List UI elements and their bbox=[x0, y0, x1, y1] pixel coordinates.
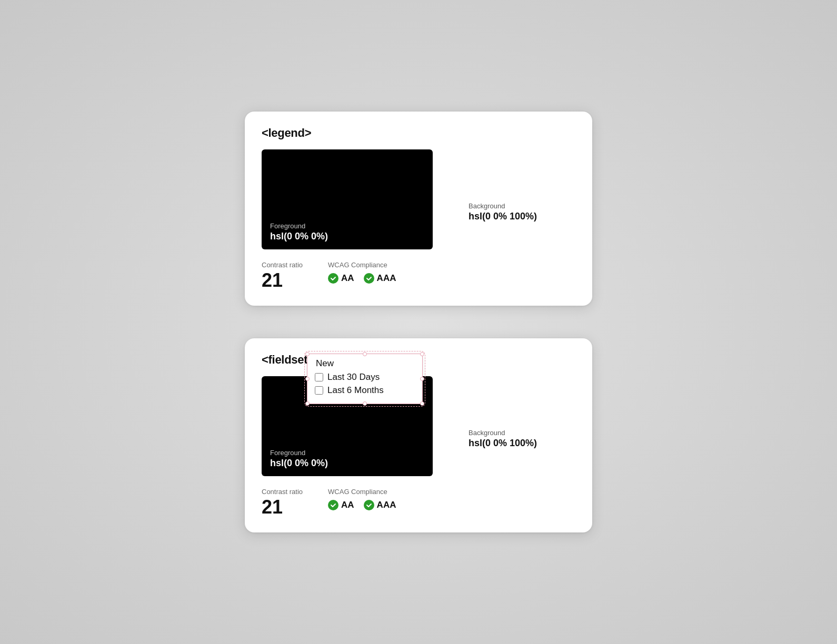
fieldset-aa-check-icon bbox=[328, 500, 338, 510]
legend-contrast-block: Contrast ratio 21 bbox=[262, 261, 303, 291]
checkbox-last-30-days[interactable] bbox=[315, 373, 323, 381]
fieldset-aaa-badge: AAA bbox=[364, 500, 396, 510]
fieldset-aaa-label: AAA bbox=[377, 500, 396, 510]
fieldset-background-label: Background hsl(0 0% 100%) bbox=[469, 429, 537, 449]
handle-top-left bbox=[305, 352, 310, 356]
handle-mid-left bbox=[305, 377, 310, 381]
card-gap bbox=[245, 306, 592, 338]
legend-aa-label: AA bbox=[341, 273, 354, 284]
fieldset-foreground-label: Foreground hsl(0 0% 0%) bbox=[270, 449, 424, 469]
fieldset-contrast-block: Contrast ratio 21 bbox=[262, 488, 303, 518]
legend-color-preview: Foreground hsl(0 0% 0%) bbox=[262, 149, 433, 249]
legend-contrast-value: 21 bbox=[262, 270, 303, 291]
legend-background-section: Background hsl(0 0% 100%) bbox=[447, 149, 537, 222]
legend-card-title: <legend> bbox=[262, 126, 575, 140]
fieldset-wcag-row: AA AAA bbox=[328, 500, 396, 510]
fieldset-aa-label: AA bbox=[341, 500, 354, 510]
option-last-6-months[interactable]: Last 6 Months bbox=[315, 385, 415, 396]
legend-bg-title: Background bbox=[469, 202, 537, 210]
legend-aa-check-icon bbox=[328, 273, 338, 284]
handle-bottom-mid bbox=[363, 401, 367, 406]
option-last-30-days-label: Last 30 Days bbox=[327, 372, 380, 383]
fieldset-background-section: Background hsl(0 0% 100%) bbox=[447, 376, 537, 449]
fieldset-foreground-value: hsl(0 0% 0%) bbox=[270, 458, 424, 469]
legend-wcag-row: AA AAA bbox=[328, 273, 396, 284]
option-last-6-months-label: Last 6 Months bbox=[327, 385, 384, 396]
fieldset-bg-title: Background bbox=[469, 429, 537, 437]
legend-aaa-label: AAA bbox=[377, 273, 396, 284]
fieldset-wcag-label: WCAG Compliance bbox=[328, 488, 396, 496]
fieldset-color-labels: Foreground hsl(0 0% 0%) bbox=[262, 441, 433, 476]
legend-metrics-row: Contrast ratio 21 WCAG Compliance AA bbox=[262, 261, 575, 291]
fieldset-contrast-value: 21 bbox=[262, 497, 303, 518]
legend-card: <legend> Foreground hsl(0 0% 0%) Backgro… bbox=[245, 112, 592, 306]
fieldset-aa-badge: AA bbox=[328, 500, 354, 510]
legend-wcag-block: WCAG Compliance AA bbox=[328, 261, 396, 284]
legend-wcag-label: WCAG Compliance bbox=[328, 261, 396, 269]
dropdown-title: New bbox=[315, 358, 415, 369]
legend-preview-row: Foreground hsl(0 0% 0%) Background hsl(0… bbox=[262, 149, 575, 259]
legend-aaa-check-icon bbox=[364, 273, 374, 284]
checkbox-last-6-months[interactable] bbox=[315, 386, 323, 395]
option-last-30-days[interactable]: Last 30 Days bbox=[315, 372, 415, 383]
legend-aaa-badge: AAA bbox=[364, 273, 396, 284]
legend-bg-value: hsl(0 0% 100%) bbox=[469, 211, 537, 222]
fieldset-wcag-block: WCAG Compliance AA bbox=[328, 488, 396, 510]
legend-foreground-title: Foreground bbox=[270, 222, 424, 230]
legend-color-labels: Foreground hsl(0 0% 0%) bbox=[262, 215, 433, 249]
fieldset-foreground-title: Foreground bbox=[270, 449, 424, 457]
legend-foreground-label: Foreground hsl(0 0% 0%) bbox=[270, 222, 424, 242]
legend-foreground-value: hsl(0 0% 0%) bbox=[270, 231, 424, 242]
legend-contrast-label: Contrast ratio bbox=[262, 261, 303, 269]
dropdown-popup: New Last 30 Days Last 6 Months bbox=[307, 354, 423, 404]
legend-background-label: Background hsl(0 0% 100%) bbox=[469, 202, 537, 222]
fieldset-bg-value: hsl(0 0% 100%) bbox=[469, 438, 537, 449]
fieldset-contrast-label: Contrast ratio bbox=[262, 488, 303, 496]
handle-top-mid bbox=[363, 352, 367, 356]
fieldset-aaa-check-icon bbox=[364, 500, 374, 510]
legend-aa-badge: AA bbox=[328, 273, 354, 284]
handle-mid-right bbox=[420, 377, 424, 381]
fieldset-metrics-row: Contrast ratio 21 WCAG Compliance AA bbox=[262, 488, 575, 518]
